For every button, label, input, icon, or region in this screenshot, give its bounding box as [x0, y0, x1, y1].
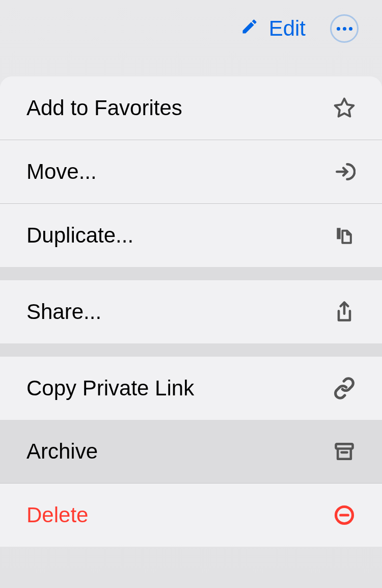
pencil-icon [240, 16, 259, 41]
edit-button[interactable]: Edit [240, 16, 306, 41]
menu-item-label: Share... [26, 300, 101, 324]
link-icon [333, 377, 356, 399]
menu-item-label: Delete [26, 503, 88, 527]
more-icon [337, 27, 352, 31]
menu-item-archive[interactable]: Archive [0, 420, 382, 484]
svg-marker-0 [335, 99, 354, 117]
menu-item-label: Move... [26, 159, 97, 184]
menu-item-favorites[interactable]: Add to Favorites [0, 76, 382, 140]
more-button[interactable] [330, 14, 359, 43]
menu-item-move[interactable]: Move... [0, 140, 382, 204]
star-icon [333, 97, 356, 119]
delete-icon [333, 504, 356, 526]
svg-rect-1 [336, 444, 353, 448]
archive-icon [333, 440, 356, 463]
menu-item-share[interactable]: Share... [0, 280, 382, 343]
share-icon [333, 301, 356, 323]
context-menu: Add to Favorites Move... Duplicate... [0, 76, 382, 547]
menu-item-delete[interactable]: Delete [0, 484, 382, 547]
menu-item-copy-link[interactable]: Copy Private Link [0, 357, 382, 420]
menu-item-label: Add to Favorites [26, 96, 182, 120]
duplicate-icon [333, 224, 356, 247]
menu-item-duplicate[interactable]: Duplicate... [0, 204, 382, 267]
header: Edit [0, 0, 382, 57]
menu-separator [0, 267, 382, 280]
menu-item-label: Copy Private Link [26, 376, 194, 400]
menu-item-label: Archive [26, 439, 98, 464]
edit-label: Edit [269, 16, 306, 41]
move-icon [333, 161, 356, 183]
menu-separator [0, 343, 382, 357]
menu-item-label: Duplicate... [26, 223, 133, 248]
